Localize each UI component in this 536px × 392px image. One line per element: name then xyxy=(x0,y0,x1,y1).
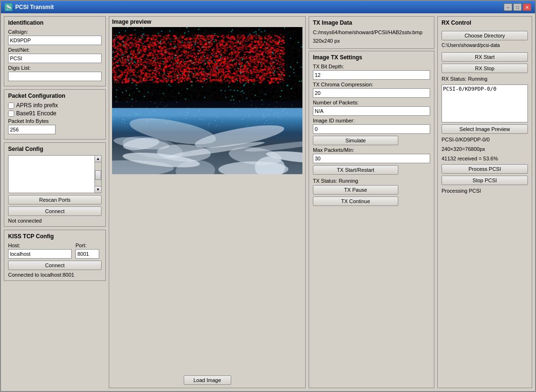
max-packets-input[interactable] xyxy=(313,154,430,163)
base91-checkbox[interactable] xyxy=(8,111,14,117)
dest-net-input[interactable] xyxy=(8,54,102,63)
kiss-port-input[interactable] xyxy=(75,249,99,259)
num-packets-input[interactable] xyxy=(313,106,430,116)
tx-status: TX Status: Running xyxy=(313,178,430,184)
tx-bit-depth-input[interactable] xyxy=(313,70,430,80)
aprs-prefix-row: APRS info prefix xyxy=(8,102,102,109)
kiss-host-col: Host: xyxy=(8,243,72,259)
kiss-tcp-title: KISS TCP Config xyxy=(8,233,102,240)
identification-section: Identification Callsign: Dest/Net: Digis… xyxy=(4,16,106,86)
tx-chroma-label: TX Chroma Compression: xyxy=(313,82,430,87)
title-bar-left: 📡 PCSI Transmit xyxy=(5,3,54,11)
kiss-host-input[interactable] xyxy=(8,249,72,259)
dest-net-label: Dest/Net: xyxy=(8,47,102,53)
window-title: PCSI Transmit xyxy=(15,4,54,10)
packet-config-title: Packet Configuration xyxy=(8,93,102,99)
title-bar: 📡 PCSI Transmit – □ ✕ xyxy=(1,1,535,13)
center-panel: Image preview Load Image xyxy=(109,16,306,388)
select-image-preview-button[interactable]: Select Image Preview xyxy=(442,124,528,134)
rescan-ports-button[interactable]: Rescan Ports xyxy=(8,195,102,205)
load-image-button[interactable]: Load Image xyxy=(184,375,231,385)
scrollbar-track: ▲ ▼ xyxy=(94,156,101,193)
scrollbar-thumb[interactable] xyxy=(95,170,101,180)
rx-log-textarea[interactable]: PCSI-0/KD9PDP-0/0 xyxy=(442,84,528,122)
kiss-port-label: Port: xyxy=(75,243,102,248)
digis-row: Digis List: xyxy=(8,65,102,81)
image-preview-top xyxy=(112,27,302,101)
callsign-row: Callsign: xyxy=(8,29,102,45)
kiss-port-col: Port: xyxy=(75,243,102,259)
num-packets-label: Number of Packets: xyxy=(313,100,430,105)
left-panel: Identification Callsign: Dest/Net: Digis… xyxy=(4,16,106,388)
rx-preview-info3: 41132 received = 53.6% xyxy=(442,156,528,161)
base91-label: Base91 Encode xyxy=(16,110,56,117)
serial-status: Not connected xyxy=(8,218,102,224)
tx-settings-section: Image TX Settings TX Bit Depth: TX Chrom… xyxy=(309,51,434,388)
tx-image-data-title: TX Image Data xyxy=(313,19,430,26)
serial-connect-button[interactable]: Connect xyxy=(8,206,102,216)
rx-control-section: RX Control Choose Directory C:\Users\sho… xyxy=(437,16,532,388)
simulate-button[interactable]: Simulate xyxy=(313,136,398,145)
main-window: 📡 PCSI Transmit – □ ✕ Identification Cal… xyxy=(0,0,536,392)
aprs-prefix-checkbox[interactable] xyxy=(8,103,14,109)
rx-stop-button[interactable]: RX Stop xyxy=(442,64,528,73)
packet-config-section: Packet Configuration APRS info prefix Ba… xyxy=(4,89,106,140)
image-id-label: Image ID number: xyxy=(313,118,430,123)
base91-row: Base91 Encode xyxy=(8,110,102,117)
callsign-input[interactable] xyxy=(8,36,102,45)
packet-info-bytes-row: Packet Info Bytes xyxy=(8,118,102,134)
tx-start-button[interactable]: TX Start/Restart xyxy=(313,165,398,175)
scroll-up-button[interactable]: ▲ xyxy=(95,156,101,162)
dest-net-row: Dest/Net: xyxy=(8,47,102,63)
aprs-prefix-label: APRS info prefix xyxy=(16,102,58,109)
tx-panel: TX Image Data C:/msys64/home/showard/PCS… xyxy=(309,16,434,388)
scroll-down-button[interactable]: ▼ xyxy=(95,186,101,193)
serial-config-title: Serial Config xyxy=(8,146,102,152)
tx-file-path: C:/msys64/home/showard/PCSI/HAB2sstv.bmp xyxy=(313,29,430,36)
load-image-row: Load Image xyxy=(109,373,305,388)
tx-chroma-input[interactable] xyxy=(313,88,430,98)
processing-status: Processing PCSI xyxy=(442,188,528,194)
digis-label: Digis List: xyxy=(8,65,102,71)
close-button[interactable]: ✕ xyxy=(523,3,531,11)
packet-info-bytes-label: Packet Info Bytes xyxy=(8,118,102,124)
tx-settings-title: Image TX Settings xyxy=(313,54,430,61)
image-preview-bottom xyxy=(112,101,302,174)
kiss-host-label: Host: xyxy=(8,243,72,248)
process-pcsi-button[interactable]: Process PCSI xyxy=(442,164,528,174)
kiss-connect-button[interactable]: Connect xyxy=(8,261,102,270)
tx-image-data-section: TX Image Data C:/msys64/home/showard/PCS… xyxy=(309,16,434,49)
title-buttons: – □ ✕ xyxy=(504,3,531,11)
top-image-canvas xyxy=(112,27,302,101)
digis-input[interactable] xyxy=(8,72,102,81)
packet-info-bytes-input[interactable] xyxy=(8,125,56,134)
serial-config-section: Serial Config ▲ ▼ Rescan Ports Connect N… xyxy=(4,142,106,227)
image-previews-container xyxy=(109,27,305,373)
app-icon: 📡 xyxy=(5,3,12,11)
max-packets-label: Max Packets/Min: xyxy=(313,147,430,153)
bottom-image-canvas xyxy=(112,101,302,174)
rx-dir-path: C:\Users\showard/pcsi-data xyxy=(442,42,528,48)
kiss-tcp-section: KISS TCP Config Host: Port: Connect Conn… xyxy=(4,230,106,281)
serial-port-list[interactable]: ▲ ▼ xyxy=(8,155,102,193)
callsign-label: Callsign: xyxy=(8,29,102,35)
main-content: Identification Callsign: Dest/Net: Digis… xyxy=(1,13,535,391)
rx-preview-info2: 240×320=76800px xyxy=(442,146,528,152)
stop-pcsi-button[interactable]: Stop PCSI xyxy=(442,176,528,185)
tx-pause-button[interactable]: TX Pause xyxy=(313,185,398,195)
image-preview-section: Image preview Load Image xyxy=(109,16,306,388)
minimize-button[interactable]: – xyxy=(504,3,512,11)
rx-panel: RX Control Choose Directory C:\Users\sho… xyxy=(437,16,532,388)
tx-bit-depth-label: TX Bit Depth: xyxy=(313,64,430,69)
maximize-button[interactable]: □ xyxy=(513,3,522,11)
tx-continue-button[interactable]: TX Continue xyxy=(313,196,398,206)
rx-preview-info1: PCSI-0/KD9PDP-0/0 xyxy=(442,137,528,142)
image-id-input[interactable] xyxy=(313,124,430,134)
rx-start-button[interactable]: RX Start xyxy=(442,52,528,62)
identification-title: Identification xyxy=(8,19,102,26)
choose-directory-button[interactable]: Choose Directory xyxy=(442,31,528,40)
tx-dimensions: 320x240 px xyxy=(313,38,430,44)
rx-status: RX Status: Running xyxy=(442,76,528,82)
rx-control-title: RX Control xyxy=(442,19,528,26)
kiss-host-port-row: Host: Port: xyxy=(8,243,102,259)
